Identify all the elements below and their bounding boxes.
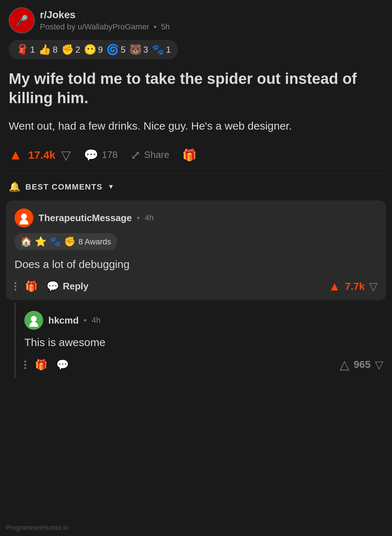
svg-point-0 — [21, 214, 27, 219]
reply-avatar[interactable] — [24, 311, 43, 330]
post-title: My wife told me to take the spider out i… — [9, 69, 383, 107]
best-comments-label: BEST COMMENTS — [25, 182, 103, 192]
more-options-button[interactable] — [15, 282, 16, 291]
subreddit-name[interactable]: r/Jokes — [40, 9, 170, 21]
comment-awards: 🏠 ⭐ 🐾 ✊ 8 Awards — [15, 233, 117, 250]
sort-icon: 🔔 — [9, 181, 20, 192]
reply-icon: 💬 — [46, 280, 59, 292]
avatar[interactable] — [15, 208, 33, 227]
comment-card: TherapeuticMessage • 4h 🏠 ⭐ 🐾 ✊ 8 Awards… — [6, 200, 386, 300]
save-button[interactable]: 🎁 — [182, 148, 197, 162]
post-actions: ▲ 17.4k ▽ 💬 178 ⤢ Share 🎁 — [9, 147, 383, 173]
award-item: 👍 8 — [38, 44, 57, 56]
reply-more-options-button[interactable] — [24, 361, 26, 369]
reply-username[interactable]: hkcmd — [48, 315, 79, 326]
best-comments-bar[interactable]: 🔔 BEST COMMENTS ▼ — [0, 173, 392, 200]
awards-count: 8 Awards — [78, 237, 111, 247]
comment-body: Does a lot of debugging — [15, 257, 377, 272]
svg-point-2 — [31, 316, 37, 322]
watermark: ProgrammerHumor.io — [6, 524, 68, 532]
reply-time: 4h — [92, 316, 101, 325]
reply-gift-icon[interactable]: 🎁 — [35, 359, 48, 371]
comment-vote: ▲ 7.7k ▽ — [328, 279, 377, 293]
comment-vote-count: 7.7k — [345, 281, 365, 292]
chevron-down-icon: ▼ — [108, 183, 114, 191]
award-item: 🐻 3 — [129, 44, 148, 56]
reply-vote-count: 965 — [354, 359, 371, 370]
gift-icon[interactable]: 🎁 — [25, 280, 38, 292]
post-body: Went out, had a few drinks. Nice guy. He… — [9, 118, 383, 134]
save-icon: 🎁 — [182, 148, 197, 162]
comment-header: TherapeuticMessage • 4h — [15, 208, 377, 227]
comment-username[interactable]: TherapeuticMessage — [38, 212, 132, 224]
award-item: ✊ 2 — [61, 44, 80, 56]
share-button[interactable]: ⤢ Share — [131, 148, 169, 162]
share-icon: ⤢ — [131, 148, 140, 162]
svg-point-1 — [20, 219, 28, 224]
vote-count: 17.4k — [28, 149, 56, 161]
upvote-button[interactable]: ▲ — [9, 147, 23, 163]
vote-section: ▲ 17.4k ▽ — [9, 147, 71, 163]
comments-button[interactable]: 💬 178 — [84, 148, 118, 162]
award-item: 🧣 1 — [16, 44, 35, 56]
reply-downvote-button[interactable]: ▽ — [375, 358, 383, 371]
comment-actions: 🎁 💬 Reply ▲ 7.7k ▽ — [15, 279, 377, 293]
reply-comment: hkcmd • 4h This is awesome 🎁 💬 △ 965 ▽ — [15, 303, 392, 378]
subreddit-icon[interactable]: 🎤 — [9, 7, 35, 33]
reply-vote: △ 965 ▽ — [340, 357, 383, 372]
comment-downvote-button[interactable]: ▽ — [369, 280, 377, 293]
reply-button[interactable]: 💬 Reply — [46, 280, 89, 292]
reply-actions: 🎁 💬 △ 965 ▽ — [24, 357, 383, 372]
post-author: Posted by u/WallabyProGamer • 5h — [40, 22, 170, 32]
award-item: 🐾 1 — [152, 44, 171, 56]
svg-point-3 — [29, 322, 38, 327]
reply-body: This is awesome — [24, 335, 383, 350]
reply-upvote-button[interactable]: △ — [340, 357, 349, 372]
reply-comment-icon[interactable]: 💬 — [56, 359, 69, 371]
post-header: 🎤 r/Jokes Posted by u/WallabyProGamer • … — [9, 7, 383, 33]
comment-upvote-button[interactable]: ▲ — [328, 279, 341, 293]
reply-comment-header: hkcmd • 4h — [24, 311, 383, 330]
downvote-button[interactable]: ▽ — [61, 148, 71, 162]
post-meta: r/Jokes Posted by u/WallabyProGamer • 5h — [40, 9, 170, 32]
comment-icon: 💬 — [84, 148, 98, 162]
comment-time: • — [137, 213, 140, 223]
post-container: 🎤 r/Jokes Posted by u/WallabyProGamer • … — [0, 0, 392, 173]
award-item: 😶 9 — [84, 44, 103, 56]
award-item: 🌀 5 — [106, 44, 125, 56]
awards-bar: 🧣 1 👍 8 ✊ 2 😶 9 🌀 5 🐻 3 🐾 1 — [9, 40, 178, 59]
comment-time: 4h — [145, 213, 154, 223]
